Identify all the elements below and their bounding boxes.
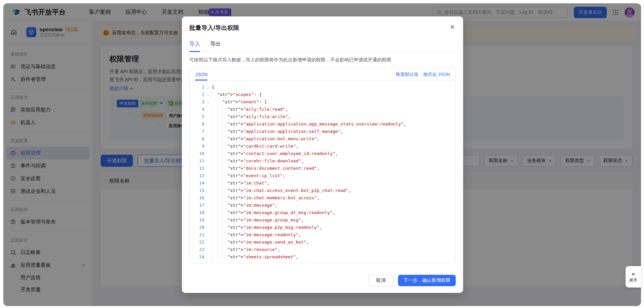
modal-tabs: 导入导出 [189, 41, 456, 52]
code-line-18: 18"str">"im:message.group_at_msg:readonl… [190, 209, 455, 216]
fold-gutter [204, 216, 212, 224]
fold-chevron-icon[interactable]: ⌄ [204, 84, 212, 91]
fold-gutter [204, 246, 212, 253]
code-line-16: 16"str">"im:chat.members:bot_access", [190, 194, 455, 202]
code-line-5: 5"str">"aily:file:write", [190, 113, 455, 120]
code-line-4: 4"str">"aily:file:read", [190, 106, 455, 113]
fold-gutter [204, 172, 212, 179]
fold-gutter [204, 202, 212, 209]
close-icon[interactable]: ✕ [450, 24, 455, 30]
code-line-19: 19"str">"im:message.group_msg", [190, 216, 455, 224]
code-line-9: 9"str">"cardkit:card:write", [190, 143, 455, 150]
cancel-button[interactable]: 取消 [368, 275, 393, 286]
json-editor: JSON 恢复默认值 格式化 JSON 1⌄{2⌄"str">"scopes":… [189, 68, 456, 263]
code-line-15: 15"str">"im:chat.access_event.bot_p2p_ch… [190, 187, 455, 194]
fold-gutter [204, 239, 212, 246]
batch-import-export-modal: 批量导入/导出权限 ✕ 导入导出 可按照以下格式导入数据，导入的权限将作为此次新… [182, 16, 463, 293]
code-line-21: 21"str">"im:message:readonly", [190, 231, 455, 239]
fold-chevron-icon[interactable]: ⌄ [204, 91, 212, 98]
fold-gutter [204, 143, 212, 150]
code-line-6: 6"str">"application:application.app_mess… [190, 120, 455, 128]
double-chevron-left-icon: « [632, 271, 635, 276]
tab-json[interactable]: JSON [195, 68, 207, 81]
code-line-11: 11"str">"corehr:file:download", [190, 157, 455, 165]
fold-gutter [204, 128, 212, 135]
fold-gutter [204, 224, 212, 231]
code-line-3: 3⌄"str">"tenant": [ [190, 98, 455, 106]
format-json-link[interactable]: 格式化 JSON [423, 71, 450, 78]
fold-gutter [204, 135, 212, 143]
code-line-14: 14"str">"im:chat", [190, 179, 455, 187]
fold-gutter [204, 209, 212, 216]
fold-chevron-icon[interactable]: ⌄ [204, 98, 212, 106]
code-line-2: 2⌄"str">"scopes": { [190, 91, 455, 98]
code-line-22: 22"str">"im:message:send_as_bot", [190, 239, 455, 246]
modal-footer: 取消 下一步，确认新增权限 [368, 275, 456, 286]
reset-default-link[interactable]: 恢复默认值 [396, 71, 418, 78]
fold-gutter [204, 120, 212, 128]
code-area[interactable]: 1⌄{2⌄"str">"scopes": {3⌄"str">"tenant": … [190, 81, 455, 261]
code-line-12: 12"str">"docs:document.content:read", [190, 165, 455, 172]
fold-gutter [204, 179, 212, 187]
code-line-23: 23"str">"im:resource", [190, 246, 455, 253]
fold-gutter [204, 157, 212, 165]
expand-panel-button[interactable]: « 展开 [626, 266, 641, 288]
code-line-13: 13"str">"event:ip_list", [190, 172, 455, 179]
expand-label: 展开 [629, 277, 637, 283]
code-line-7: 7"str">"application:application:self_man… [190, 128, 455, 135]
fold-gutter [204, 113, 212, 120]
modal-title: 批量导入/导出权限 [189, 16, 456, 32]
code-line-10: 10"str">"contact:user.employee_id:readon… [190, 150, 455, 157]
code-line-8: 8"str">"application:bot.menu:write", [190, 135, 455, 143]
editor-header: JSON 恢复默认值 格式化 JSON [190, 68, 455, 81]
fold-gutter [204, 231, 212, 239]
import-description: 可按照以下格式导入数据，导入的权限将作为此次新增申请的权限，不会影响已申请或开通… [189, 57, 456, 63]
fold-gutter [204, 187, 212, 194]
confirm-next-step-button[interactable]: 下一步，确认新增权限 [398, 275, 456, 286]
fold-gutter [204, 253, 212, 261]
fold-gutter [204, 106, 212, 113]
fold-gutter [204, 165, 212, 172]
fold-gutter [204, 194, 212, 202]
fold-gutter [204, 150, 212, 157]
code-line-1: 1⌄{ [190, 84, 455, 91]
code-line-20: 20"str">"im:message.p2p_msg:readonly", [190, 224, 455, 231]
modal-tab-导出[interactable]: 导出 [210, 41, 221, 52]
code-line-17: 17"str">"im:message", [190, 202, 455, 209]
modal-tab-导入[interactable]: 导入 [189, 41, 200, 52]
code-line-24: 24"str">"sheets:spreadsheet", [190, 253, 455, 261]
